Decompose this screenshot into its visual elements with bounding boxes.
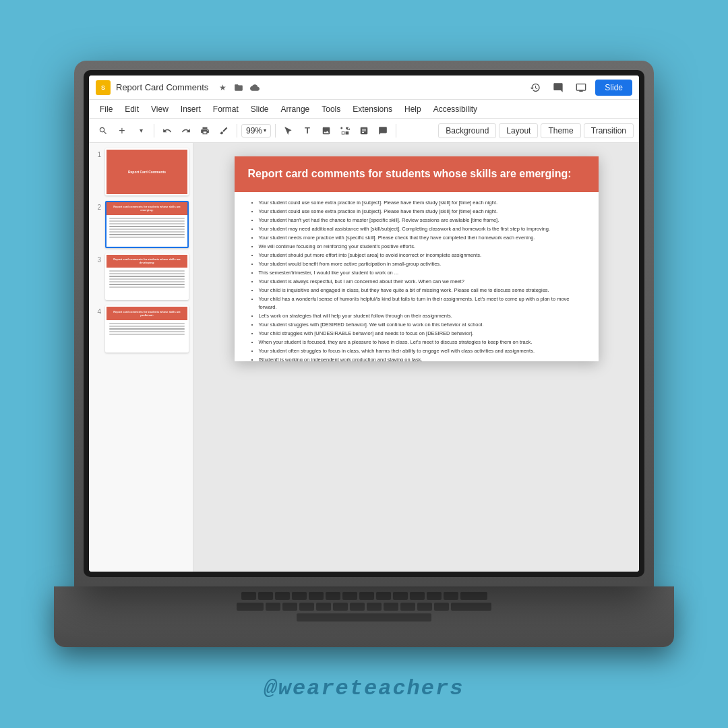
present-icon[interactable] (572, 79, 590, 96)
thumb-line (109, 273, 185, 274)
list-item: Your student should put more effort into… (259, 251, 585, 260)
toolbar-right: Background Layout Theme Transition (438, 123, 634, 138)
menu-extensions[interactable]: Extensions (347, 103, 398, 115)
thumb-line (109, 220, 185, 222)
thumb-line (109, 237, 185, 238)
menu-arrange[interactable]: Arrange (276, 103, 315, 115)
slide-editor: Report card comments for students whose … (193, 143, 639, 572)
zoom-value: 99% (246, 126, 262, 135)
thumb-header-4: Report card comments for students whose … (107, 309, 187, 318)
key (326, 592, 340, 600)
slide-thumbnail-4[interactable]: Report card comments for students whose … (105, 305, 189, 353)
select-tool-icon[interactable] (280, 122, 297, 140)
menu-format[interactable]: Format (208, 103, 244, 115)
search-toolbar-icon[interactable] (94, 122, 112, 140)
menu-slide[interactable]: Slide (245, 103, 274, 115)
list-item: Your student struggles with [DESIRED beh… (259, 321, 585, 329)
slide-canvas: Report card comments for students whose … (235, 156, 599, 361)
list-item: [Student] is working on independent work… (259, 356, 585, 361)
slide-thumbnail-3[interactable]: Report card comments for students whose … (105, 253, 189, 301)
thumb-header-3: Report card comments for students whose … (107, 256, 187, 266)
menu-help[interactable]: Help (399, 103, 427, 115)
slide-thumbnail-1[interactable]: Report Card Comments (105, 148, 189, 195)
key (451, 603, 491, 611)
zoom-in-icon[interactable]: + (113, 122, 131, 140)
history-icon[interactable] (526, 79, 544, 96)
thumb-line (109, 226, 185, 227)
list-item: Your student could use some extra practi… (259, 199, 585, 207)
titlebar: S Report Card Comments ★ (89, 75, 639, 100)
zoom-down-icon[interactable]: ▾ (132, 122, 150, 140)
key (333, 603, 348, 611)
thumb-line (109, 328, 185, 330)
toolbar: + ▾ 9 (89, 119, 639, 143)
undo-icon[interactable] (158, 122, 176, 140)
slide-thumbnail-2[interactable]: Report card comments for students whose … (105, 201, 189, 248)
text-tool-icon[interactable]: T (299, 122, 316, 140)
titlebar-right: Slide (526, 79, 632, 96)
thumb-header-2: Report card comments for students whose … (107, 204, 187, 214)
thumb-line (109, 218, 185, 219)
key (367, 603, 382, 611)
thumb-line (109, 281, 185, 282)
key (292, 592, 307, 600)
key (434, 603, 449, 611)
menu-file[interactable]: File (94, 103, 118, 115)
slide-thumbnail-wrapper-4: 4 Report card comments for students whos… (93, 305, 189, 353)
list-item: Your child struggles with [UNDESIRABLE b… (259, 330, 585, 338)
folder-icon[interactable] (233, 82, 245, 94)
key (350, 603, 365, 611)
thumb-lines-3 (107, 268, 187, 292)
list-item: This semester/trimester, I would like yo… (259, 269, 585, 277)
thumb-line (109, 270, 185, 272)
thumb-line (109, 223, 185, 224)
slides-app-icon: S (96, 80, 111, 95)
menu-view[interactable]: View (146, 103, 174, 115)
slideshow-button[interactable]: Slide (595, 80, 632, 96)
shapes-tool-icon[interactable] (336, 122, 354, 140)
list-item: When your student is focused, they are a… (259, 338, 585, 346)
key (400, 603, 415, 611)
key (460, 592, 487, 600)
slide-number-4: 4 (93, 308, 101, 315)
key (266, 603, 280, 611)
menu-edit[interactable]: Edit (119, 103, 144, 115)
slide-header-text: Report card comments for students whose … (248, 167, 585, 181)
separator-3 (275, 124, 276, 138)
slide-thumbnail-wrapper-2: 2 Report card comments for students whos… (93, 201, 189, 248)
paint-icon[interactable] (215, 122, 233, 140)
slide-header: Report card comments for students whose … (235, 156, 599, 192)
slide-panel: 1 Report Card Comments 2 (89, 143, 193, 572)
line-tool-icon[interactable] (355, 122, 373, 140)
redo-icon[interactable] (177, 122, 195, 140)
menu-tools[interactable]: Tools (316, 103, 346, 115)
zoom-control[interactable]: 99% ▾ (241, 124, 271, 138)
thumb-lines-4 (107, 320, 187, 339)
image-tool-icon[interactable] (317, 122, 335, 140)
star-icon[interactable]: ★ (216, 82, 229, 94)
comments-icon[interactable] (549, 79, 567, 96)
watermark-text: @weareteachers (264, 676, 464, 701)
list-item: Your student often struggles to focus in… (259, 347, 585, 355)
cloud-icon[interactable] (249, 82, 261, 94)
theme-button[interactable]: Theme (541, 123, 580, 138)
screen-bezel: S Report Card Comments ★ (84, 70, 644, 577)
list-item: Your student is always respectful, but I… (259, 278, 585, 286)
separator-4 (396, 124, 396, 138)
key (417, 603, 432, 611)
menu-accessibility[interactable]: Accessibility (428, 103, 483, 115)
comment-tool-icon[interactable] (374, 122, 392, 140)
layout-button[interactable]: Layout (499, 123, 538, 138)
menu-insert[interactable]: Insert (175, 103, 206, 115)
background-button[interactable]: Background (438, 123, 496, 138)
thumb-line (109, 326, 185, 327)
key (237, 603, 264, 611)
print-icon[interactable] (196, 122, 214, 140)
key (282, 603, 297, 611)
thumb-line (109, 276, 185, 277)
key (241, 592, 256, 600)
thumb-line (109, 334, 185, 335)
transition-button[interactable]: Transition (584, 123, 634, 138)
thumb-line (109, 284, 185, 285)
key (342, 592, 357, 600)
